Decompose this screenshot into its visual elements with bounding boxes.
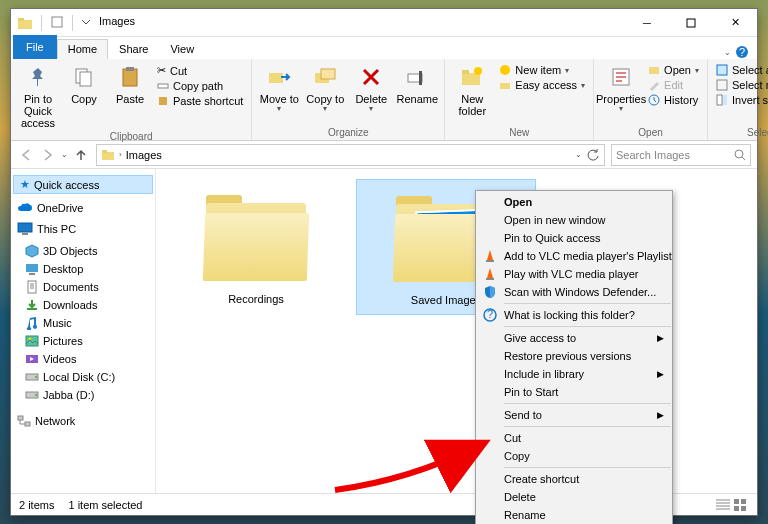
ribbon-help[interactable]: ⌄? — [716, 45, 757, 59]
menu-label: Send to — [504, 409, 542, 421]
tab-view[interactable]: View — [159, 39, 205, 59]
refresh-button[interactable] — [586, 148, 600, 162]
search-box[interactable]: Search Images — [611, 144, 751, 166]
vlc-icon — [482, 248, 498, 264]
sidebar-item[interactable]: Downloads — [11, 296, 155, 314]
open-button[interactable]: Open ▾ — [646, 63, 701, 77]
context-menu-item[interactable]: Pin to Quick access — [476, 229, 672, 247]
close-button[interactable]: ✕ — [713, 9, 757, 37]
invert-selection-button[interactable]: Invert selection — [714, 93, 768, 107]
context-menu-item[interactable]: Delete — [476, 488, 672, 506]
rename-button[interactable]: Rename — [394, 61, 440, 107]
context-menu-item[interactable]: ?What is locking this folder? — [476, 306, 672, 324]
context-menu-item[interactable]: Scan with Windows Defender... — [476, 283, 672, 301]
svg-rect-2 — [52, 17, 62, 27]
svg-rect-7 — [80, 72, 91, 86]
item-icon — [25, 244, 39, 258]
tab-home[interactable]: Home — [57, 39, 108, 59]
copy-button[interactable]: Copy — [61, 61, 107, 107]
svg-rect-49 — [741, 506, 746, 511]
paste-button[interactable]: Paste — [107, 61, 153, 107]
paste-shortcut-button[interactable]: Paste shortcut — [155, 94, 245, 108]
ribbon-tabs: File Home Share View ⌄? — [11, 37, 757, 59]
context-menu-item[interactable]: Open in new window — [476, 211, 672, 229]
sidebar-quick-access[interactable]: ★Quick access — [13, 175, 153, 194]
paste-icon — [116, 63, 144, 91]
properties-button[interactable]: Properties▾ — [598, 61, 644, 116]
cloud-icon — [17, 202, 33, 214]
context-menu-item[interactable]: Cut — [476, 429, 672, 447]
item-icon — [25, 316, 39, 330]
svg-rect-23 — [649, 67, 659, 74]
context-menu-item[interactable]: Rename — [476, 506, 672, 524]
menu-label: Pin to Quick access — [504, 232, 601, 244]
svg-rect-51 — [486, 278, 494, 280]
context-menu-item[interactable]: Add to VLC media player's Playlist — [476, 247, 672, 265]
sidebar-onedrive[interactable]: OneDrive — [11, 200, 155, 216]
maximize-button[interactable] — [669, 9, 713, 37]
breadcrumb-bar[interactable]: › Images ⌄ — [96, 144, 605, 166]
new-folder-button[interactable]: New folder — [449, 61, 495, 119]
context-menu-item[interactable]: Create shortcut — [476, 470, 672, 488]
sidebar-item[interactable]: Jabba (D:) — [11, 386, 155, 404]
shield-icon — [482, 284, 498, 300]
svg-rect-46 — [734, 499, 739, 504]
svg-point-31 — [735, 150, 743, 158]
item-label: Videos — [43, 353, 76, 365]
svg-rect-48 — [734, 506, 739, 511]
menu-label: Rename — [504, 509, 546, 521]
history-button[interactable]: History — [646, 93, 701, 107]
sidebar-item[interactable]: 3D Objects — [11, 242, 155, 260]
forward-button[interactable] — [39, 146, 57, 164]
sidebar-item[interactable]: Local Disk (C:) — [11, 368, 155, 386]
context-menu-item[interactable]: Give access to▶ — [476, 329, 672, 347]
menu-separator — [504, 303, 671, 304]
history-dropdown[interactable]: ⌄ — [61, 150, 68, 159]
minimize-button[interactable]: ─ — [625, 9, 669, 37]
qat-dropdown-icon[interactable] — [81, 15, 91, 31]
cut-button[interactable]: ✂Cut — [155, 63, 245, 78]
breadcrumb-item[interactable]: Images — [126, 149, 162, 161]
tab-share[interactable]: Share — [108, 39, 159, 59]
context-menu-item[interactable]: Pin to Start — [476, 383, 672, 401]
sidebar-item[interactable]: Videos — [11, 350, 155, 368]
context-menu-item[interactable]: Restore previous versions — [476, 347, 672, 365]
item-icon — [25, 334, 39, 348]
tab-file[interactable]: File — [13, 35, 57, 59]
context-menu-item[interactable]: Send to▶ — [476, 406, 672, 424]
back-button[interactable] — [17, 146, 35, 164]
easy-access-button[interactable]: Easy access ▾ — [497, 78, 587, 92]
view-large-button[interactable] — [733, 498, 749, 512]
context-menu-item[interactable]: Open — [476, 193, 672, 211]
svg-rect-16 — [419, 71, 422, 85]
delete-icon — [357, 63, 385, 91]
separator — [72, 15, 73, 31]
titlebar: Images ─ ✕ — [11, 9, 757, 37]
sidebar-item[interactable]: Documents — [11, 278, 155, 296]
sidebar-item[interactable]: Music — [11, 314, 155, 332]
folder-item[interactable]: Recordings — [166, 179, 346, 315]
delete-button[interactable]: Delete▾ — [348, 61, 394, 116]
view-details-button[interactable] — [715, 498, 731, 512]
up-button[interactable] — [72, 146, 90, 164]
sidebar-network[interactable]: Network — [11, 412, 155, 430]
sidebar-thispc[interactable]: This PC — [11, 220, 155, 238]
qat-new-icon[interactable] — [50, 15, 64, 31]
context-menu-item[interactable]: Include in library▶ — [476, 365, 672, 383]
sidebar-item[interactable]: Pictures — [11, 332, 155, 350]
move-to-button[interactable]: Move to▾ — [256, 61, 302, 116]
context-menu-item[interactable]: Play with VLC media player — [476, 265, 672, 283]
pin-quick-access-button[interactable]: Pin to Quick access — [15, 61, 61, 131]
new-item-button[interactable]: New item ▾ — [497, 63, 587, 77]
select-none-button[interactable]: Select none — [714, 78, 768, 92]
select-all-button[interactable]: Select all — [714, 63, 768, 77]
copy-path-button[interactable]: Copy path — [155, 79, 245, 93]
item-label: 3D Objects — [43, 245, 97, 257]
addr-dropdown[interactable]: ⌄ — [575, 150, 582, 159]
copy-to-button[interactable]: Copy to▾ — [302, 61, 348, 116]
context-menu-item[interactable]: Copy — [476, 447, 672, 465]
folder-label: Saved Images — [411, 294, 481, 306]
sidebar-item[interactable]: Desktop — [11, 260, 155, 278]
svg-point-41 — [35, 376, 37, 378]
folder-icon — [17, 15, 33, 31]
